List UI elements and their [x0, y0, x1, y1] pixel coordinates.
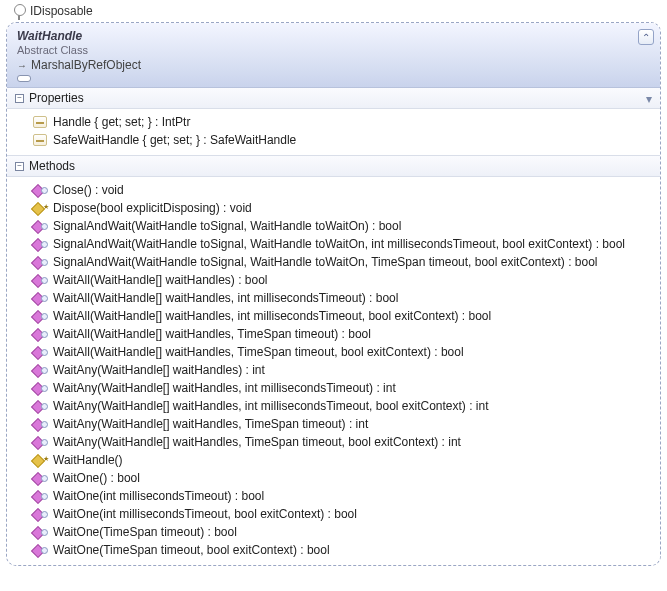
methods-section: − Methods Close() : voidDispose(bool exp…	[7, 156, 660, 565]
method-icon	[33, 418, 47, 430]
method-item[interactable]: WaitOne(TimeSpan timeout) : bool	[11, 523, 656, 541]
method-protected-icon	[33, 454, 47, 466]
inherits-arrow-icon: →	[17, 60, 27, 71]
method-signature: WaitOne(TimeSpan timeout, bool exitConte…	[53, 543, 330, 557]
method-item[interactable]: WaitOne() : bool	[11, 469, 656, 487]
section-title: Methods	[29, 159, 75, 173]
method-signature: WaitAny(WaitHandle[] waitHandles, TimeSp…	[53, 417, 368, 431]
method-icon	[33, 526, 47, 538]
method-icon	[33, 346, 47, 358]
method-signature: WaitAll(WaitHandle[] waitHandles, TimeSp…	[53, 345, 464, 359]
method-icon	[33, 490, 47, 502]
inherits-name: MarshalByRefObject	[31, 58, 141, 72]
method-item[interactable]: Close() : void	[11, 181, 656, 199]
method-icon	[33, 328, 47, 340]
method-icon	[33, 544, 47, 556]
method-item[interactable]: WaitAll(WaitHandle[] waitHandles, int mi…	[11, 289, 656, 307]
filter-icon[interactable]: ▾	[646, 92, 652, 106]
method-signature: WaitHandle()	[53, 453, 123, 467]
method-item[interactable]: WaitAll(WaitHandle[] waitHandles) : bool	[11, 271, 656, 289]
method-item[interactable]: WaitAny(WaitHandle[] waitHandles) : int	[11, 361, 656, 379]
property-item[interactable]: Handle { get; set; } : IntPtr	[11, 113, 656, 131]
inherits-row: → MarshalByRefObject	[17, 58, 650, 72]
method-signature: WaitOne(int millisecondsTimeout, bool ex…	[53, 507, 357, 521]
method-signature: SignalAndWait(WaitHandle toSignal, WaitH…	[53, 255, 597, 269]
method-signature: WaitAll(WaitHandle[] waitHandles, int mi…	[53, 309, 491, 323]
method-item[interactable]: WaitAny(WaitHandle[] waitHandles, int mi…	[11, 379, 656, 397]
method-icon	[33, 364, 47, 376]
method-item[interactable]: WaitAny(WaitHandle[] waitHandles, TimeSp…	[11, 433, 656, 451]
method-signature: WaitAny(WaitHandle[] waitHandles) : int	[53, 363, 265, 377]
method-icon	[33, 310, 47, 322]
method-item[interactable]: WaitHandle()	[11, 451, 656, 469]
interface-name: IDisposable	[30, 4, 93, 18]
method-signature: WaitOne(int millisecondsTimeout) : bool	[53, 489, 264, 503]
method-item[interactable]: WaitOne(int millisecondsTimeout, bool ex…	[11, 505, 656, 523]
method-signature: WaitAny(WaitHandle[] waitHandles, int mi…	[53, 381, 396, 395]
method-signature: WaitOne(TimeSpan timeout) : bool	[53, 525, 237, 539]
method-signature: WaitAll(WaitHandle[] waitHandles, int mi…	[53, 291, 398, 305]
method-icon	[33, 472, 47, 484]
property-item[interactable]: SafeWaitHandle { get; set; } : SafeWaitH…	[11, 131, 656, 149]
class-card[interactable]: WaitHandle Abstract Class → MarshalByRef…	[6, 22, 661, 566]
method-item[interactable]: WaitAny(WaitHandle[] waitHandles, int mi…	[11, 397, 656, 415]
method-item[interactable]: SignalAndWait(WaitHandle toSignal, WaitH…	[11, 235, 656, 253]
collapse-button[interactable]: ⌃	[638, 29, 654, 45]
method-signature: Dispose(bool explicitDisposing) : void	[53, 201, 252, 215]
method-icon	[33, 400, 47, 412]
method-signature: WaitAll(WaitHandle[] waitHandles) : bool	[53, 273, 268, 287]
method-icon	[33, 184, 47, 196]
method-item[interactable]: WaitAll(WaitHandle[] waitHandles, int mi…	[11, 307, 656, 325]
method-item[interactable]: WaitOne(TimeSpan timeout, bool exitConte…	[11, 541, 656, 559]
property-signature: SafeWaitHandle { get; set; } : SafeWaitH…	[53, 133, 296, 147]
method-item[interactable]: WaitAll(WaitHandle[] waitHandles, TimeSp…	[11, 325, 656, 343]
method-icon	[33, 256, 47, 268]
properties-list: Handle { get; set; } : IntPtrSafeWaitHan…	[7, 109, 660, 155]
methods-list: Close() : voidDispose(bool explicitDispo…	[7, 177, 660, 565]
class-name: WaitHandle	[17, 29, 650, 43]
method-signature: WaitAll(WaitHandle[] waitHandles, TimeSp…	[53, 327, 371, 341]
method-icon	[33, 292, 47, 304]
method-item[interactable]: SignalAndWait(WaitHandle toSignal, WaitH…	[11, 217, 656, 235]
pill-icon	[17, 75, 31, 82]
method-icon	[33, 508, 47, 520]
method-protected-icon	[33, 202, 47, 214]
method-item[interactable]: WaitOne(int millisecondsTimeout) : bool	[11, 487, 656, 505]
method-icon	[33, 382, 47, 394]
method-item[interactable]: WaitAll(WaitHandle[] waitHandles, TimeSp…	[11, 343, 656, 361]
class-kind: Abstract Class	[17, 44, 650, 56]
property-icon	[33, 116, 47, 128]
method-icon	[33, 436, 47, 448]
chevron-up-icon: ⌃	[642, 32, 650, 43]
method-signature: SignalAndWait(WaitHandle toSignal, WaitH…	[53, 219, 401, 233]
property-icon	[33, 134, 47, 146]
lollipop-icon	[12, 4, 26, 18]
properties-header[interactable]: − Properties ▾	[7, 88, 660, 109]
collapse-toggle-icon[interactable]: −	[15, 94, 24, 103]
method-signature: WaitAny(WaitHandle[] waitHandles, TimeSp…	[53, 435, 461, 449]
method-item[interactable]: WaitAny(WaitHandle[] waitHandles, TimeSp…	[11, 415, 656, 433]
properties-section: − Properties ▾ Handle { get; set; } : In…	[7, 88, 660, 156]
method-icon	[33, 274, 47, 286]
methods-header[interactable]: − Methods	[7, 156, 660, 177]
method-item[interactable]: Dispose(bool explicitDisposing) : void	[11, 199, 656, 217]
method-signature: WaitOne() : bool	[53, 471, 140, 485]
property-signature: Handle { get; set; } : IntPtr	[53, 115, 190, 129]
interface-lollipop[interactable]: IDisposable	[12, 4, 663, 18]
method-signature: Close() : void	[53, 183, 124, 197]
method-signature: WaitAny(WaitHandle[] waitHandles, int mi…	[53, 399, 489, 413]
method-icon	[33, 220, 47, 232]
class-header: WaitHandle Abstract Class → MarshalByRef…	[7, 23, 660, 88]
method-signature: SignalAndWait(WaitHandle toSignal, WaitH…	[53, 237, 625, 251]
method-item[interactable]: SignalAndWait(WaitHandle toSignal, WaitH…	[11, 253, 656, 271]
section-title: Properties	[29, 91, 84, 105]
method-icon	[33, 238, 47, 250]
collapse-toggle-icon[interactable]: −	[15, 162, 24, 171]
